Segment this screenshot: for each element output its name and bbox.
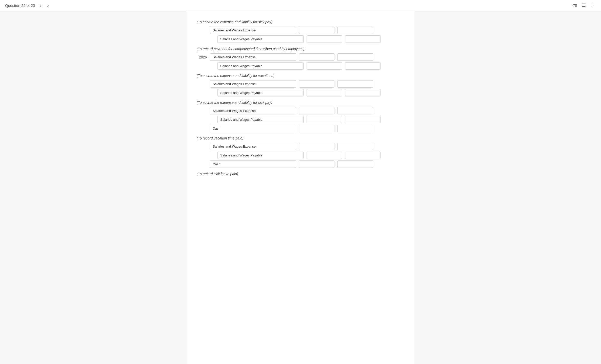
- row-10: [197, 143, 404, 150]
- more-icon-button[interactable]: ⋮: [590, 2, 596, 9]
- account-field-9[interactable]: [210, 125, 296, 132]
- row-6: [197, 89, 404, 96]
- debit-field-3[interactable]: [299, 53, 334, 61]
- top-bar-right: -75 ☰ ⋮: [572, 2, 596, 9]
- next-button[interactable]: ›: [46, 2, 50, 9]
- account-field-2[interactable]: [217, 35, 304, 43]
- account-field-8[interactable]: [217, 116, 304, 123]
- account-field-10[interactable]: [210, 143, 296, 150]
- debit-field-12[interactable]: [299, 160, 334, 168]
- row-12: [197, 160, 404, 168]
- credit-field-1[interactable]: [337, 27, 373, 34]
- account-field-4[interactable]: [217, 62, 304, 70]
- section-3-description: (To accrue the expense and liability for…: [197, 74, 404, 78]
- credit-field-5[interactable]: [337, 80, 373, 88]
- section-6-description: (To record sick leave paid): [197, 172, 404, 176]
- debit-field-7[interactable]: [299, 107, 334, 114]
- section-1: (To accrue the expense and liability for…: [197, 20, 404, 43]
- score-label: -75: [572, 3, 577, 8]
- debit-field-1[interactable]: [299, 27, 334, 34]
- year-label-2026: 2026: [197, 55, 207, 59]
- section-4-description: (To accrue the expense and liability for…: [197, 100, 404, 105]
- debit-field-5[interactable]: [299, 80, 334, 88]
- account-field-12[interactable]: [210, 160, 296, 168]
- debit-field-2[interactable]: [307, 35, 342, 43]
- debit-field-9[interactable]: [299, 125, 334, 132]
- section-5: (To record vacation time paid): [197, 136, 404, 168]
- debit-field-6[interactable]: [307, 89, 342, 96]
- list-icon-button[interactable]: ☰: [581, 2, 586, 9]
- top-bar-left: Question 22 of 23 ‹ ›: [5, 2, 50, 9]
- account-field-5[interactable]: [210, 80, 296, 88]
- debit-field-4[interactable]: [307, 62, 342, 70]
- account-field-3[interactable]: [210, 53, 296, 61]
- section-1-description: (To accrue the expense and liability for…: [197, 20, 404, 24]
- credit-field-8[interactable]: [345, 116, 380, 123]
- credit-field-4[interactable]: [345, 62, 380, 70]
- section-2-description: (To record payment for compensated time …: [197, 47, 404, 51]
- section-3: (To accrue the expense and liability for…: [197, 74, 404, 96]
- row-2: [197, 35, 404, 43]
- section-2: (To record payment for compensated time …: [197, 47, 404, 70]
- section-6: (To record sick leave paid): [197, 172, 404, 176]
- row-3: 2026: [197, 53, 404, 61]
- row-1: [197, 27, 404, 34]
- credit-field-3[interactable]: [337, 53, 373, 61]
- top-bar: Question 22 of 23 ‹ › -75 ☰ ⋮: [0, 0, 601, 11]
- account-field-7[interactable]: [210, 107, 296, 114]
- credit-field-7[interactable]: [337, 107, 373, 114]
- account-field-6[interactable]: [217, 89, 304, 96]
- credit-field-11[interactable]: [345, 152, 380, 159]
- debit-field-8[interactable]: [307, 116, 342, 123]
- prev-button[interactable]: ‹: [38, 2, 43, 9]
- credit-field-12[interactable]: [337, 160, 373, 168]
- section-4: (To accrue the expense and liability for…: [197, 100, 404, 132]
- account-field-11[interactable]: [217, 152, 304, 159]
- debit-field-11[interactable]: [307, 152, 342, 159]
- credit-field-10[interactable]: [337, 143, 373, 150]
- row-7: [197, 107, 404, 114]
- credit-field-2[interactable]: [345, 35, 380, 43]
- main-content: (To accrue the expense and liability for…: [187, 11, 414, 364]
- row-4: [197, 62, 404, 70]
- row-11: [197, 152, 404, 159]
- credit-field-9[interactable]: [337, 125, 373, 132]
- section-5-description: (To record vacation time paid): [197, 136, 404, 140]
- credit-field-6[interactable]: [345, 89, 380, 96]
- row-5: [197, 80, 404, 88]
- account-field-1[interactable]: [210, 27, 296, 34]
- row-9: [197, 125, 404, 132]
- debit-field-10[interactable]: [299, 143, 334, 150]
- question-label: Question 22 of 23: [5, 3, 35, 8]
- row-8: [197, 116, 404, 123]
